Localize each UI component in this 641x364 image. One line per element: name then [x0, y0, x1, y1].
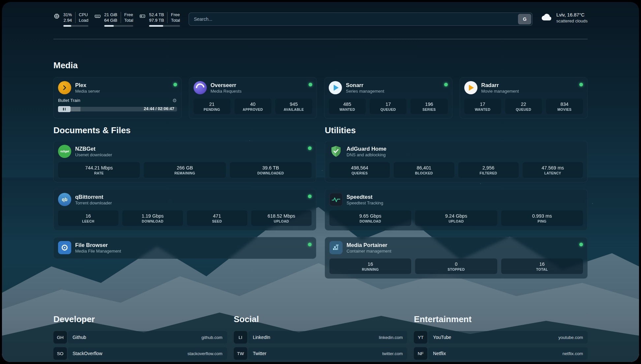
speedtest-name: Speedtest — [347, 194, 583, 200]
adguard-card[interactable]: AdGuard Home DNS and adblocking 498,564 … — [325, 141, 588, 182]
qbittorrent-subtitle: Torrent downloader — [75, 200, 304, 206]
youtube-abbr-icon: YT — [414, 331, 427, 344]
section-social: Social LI LinkedInlinkedin.com TW Twitte… — [234, 314, 408, 362]
adguard-name: AdGuard Home — [347, 145, 583, 152]
sonarr-subtitle: Series management — [346, 89, 440, 94]
overseerr-card[interactable]: Overseerr Media Requests 21 PENDING 40 A… — [189, 77, 317, 119]
radarr-subtitle: Movie management — [481, 89, 576, 94]
nzbget-subtitle: Usenet downloader — [75, 152, 304, 158]
bookmark-netflix[interactable]: NF Netflixnetflix.com — [414, 347, 588, 360]
disk-progress-bar — [149, 25, 180, 27]
memory-widget: 21 GiB64 GiB FreeTotal — [94, 12, 133, 27]
nzbget-card[interactable]: nzbget NZBGet Usenet downloader 744.21 M… — [53, 141, 316, 182]
speedtest-subtitle: Speedtest Tracking — [347, 200, 583, 206]
stat-wanted: 17 WANTED — [464, 99, 501, 114]
stat-pending: 21 PENDING — [194, 99, 230, 114]
memory-progress-bar — [104, 25, 133, 27]
stat-download: 9.65 Gbps DOWNLOAD — [329, 210, 411, 226]
cpu-values: 31%2.94 — [63, 12, 75, 23]
bookmark-stackoverflow[interactable]: SO StackOverflowstackoverflow.com — [53, 347, 227, 360]
plex-icon — [58, 81, 71, 94]
speedtest-card[interactable]: Speedtest Speedtest Tracking 9.65 Gbps D… — [325, 189, 588, 230]
stat-stopped: 0 STOPPED — [415, 258, 497, 274]
stat-download: 1.19 Gbps DOWNLOAD — [122, 210, 183, 226]
section-developer: Developer GH Githubgithub.com SO StackOv… — [53, 314, 227, 362]
section-title-entertainment: Entertainment — [414, 314, 588, 324]
sonarr-status-indicator — [444, 83, 448, 86]
portainer-card[interactable]: Media Portainer Container management 16 … — [325, 237, 588, 279]
section-title-media: Media — [53, 60, 588, 71]
stat-total: 16 TOTAL — [501, 258, 583, 274]
overseerr-status-indicator — [309, 83, 312, 86]
nzbget-name: NZBGet — [75, 145, 304, 152]
qbittorrent-name: qBittorrent — [75, 194, 304, 200]
adguard-subtitle: DNS and adblocking — [347, 152, 583, 158]
stat-filtered: 2,956 FILTERED — [458, 162, 519, 178]
cpu-icon — [53, 13, 60, 27]
stat-upload: 9.24 Gbps UPLOAD — [415, 210, 497, 226]
disk-widget: 52.4 TB97.9 TB FreeTotal — [139, 12, 180, 27]
header-divider — [53, 39, 588, 39]
sonarr-icon — [329, 81, 342, 94]
stat-downloaded: 39.6 TB DOWNLOADED — [230, 162, 312, 178]
section-title-utilities: Utilities — [325, 125, 588, 136]
section-media: Media Plex Media server — [53, 60, 588, 119]
top-bar: 31%2.94 CPULoad — [53, 2, 588, 28]
overseerr-icon — [194, 81, 207, 94]
weather-widget: Lviv, 16.87°C scattered clouds — [541, 12, 588, 24]
qbittorrent-status-indicator — [308, 195, 312, 198]
filebrowser-icon — [58, 241, 71, 254]
stat-leech: 16 LEECH — [58, 210, 118, 226]
radarr-name: Radarr — [481, 82, 576, 89]
qbittorrent-card[interactable]: qb qBittorrent Torrent downloader 16 LEE… — [53, 189, 316, 230]
cpu-widget: 31%2.94 CPULoad — [53, 12, 88, 27]
pause-button[interactable] — [58, 106, 71, 112]
filebrowser-name: File Browser — [75, 242, 304, 249]
stat-wanted: 485 WANTED — [329, 99, 366, 114]
bookmark-github[interactable]: GH Githubgithub.com — [53, 331, 227, 344]
plex-name: Plex — [75, 82, 169, 89]
netflix-abbr-icon: NF — [414, 347, 427, 360]
stat-rate: 744.21 Mbps RATE — [58, 162, 140, 178]
radarr-icon — [464, 81, 477, 94]
stat-queued: 17 QUEUED — [370, 99, 407, 114]
qbittorrent-icon: qb — [58, 193, 71, 206]
bookmark-twitter[interactable]: TW Twittertwitter.com — [234, 347, 408, 360]
radarr-status-indicator — [579, 83, 583, 86]
stat-movies: 834 MOVIES — [546, 99, 583, 114]
stat-upload: 618.52 Mbps UPLOAD — [251, 210, 312, 226]
section-utilities: Utilities AdGuard Home — [325, 125, 588, 285]
portainer-icon — [329, 241, 343, 254]
stat-series: 196 SERIES — [411, 99, 447, 114]
bookmark-linkedin[interactable]: LI LinkedInlinkedin.com — [234, 331, 408, 344]
stackoverflow-abbr-icon: SO — [53, 347, 67, 360]
disk-values: 52.4 TB97.9 TB — [149, 12, 167, 23]
sonarr-card[interactable]: Sonarr Series management 485 WANTED 17 Q… — [324, 77, 452, 119]
playback-time: 24:44 / 02:06:47 — [144, 106, 174, 111]
cpu-labels: CPULoad — [75, 12, 88, 23]
stat-seed: 471 SEED — [187, 210, 247, 226]
portainer-subtitle: Container management — [347, 249, 575, 254]
memory-labels: FreeTotal — [121, 12, 133, 23]
github-abbr-icon: GH — [53, 331, 67, 344]
playback-progress: 24:44 / 02:06:47 — [58, 106, 177, 112]
bookmark-youtube[interactable]: YT YouTubeyoutube.com — [414, 331, 588, 344]
plex-card[interactable]: Plex Media server Bullet Train ⚙ — [53, 77, 182, 119]
search-input[interactable] — [190, 16, 518, 22]
sonarr-name: Sonarr — [346, 82, 440, 89]
memory-values: 21 GiB64 GiB — [104, 12, 121, 23]
section-title-social: Social — [234, 314, 408, 324]
search-bar: G — [189, 13, 533, 26]
section-entertainment: Entertainment YT YouTubeyoutube.com NF N… — [414, 314, 588, 362]
weather-location: Lviv, 16.87°C — [556, 12, 588, 18]
filebrowser-card[interactable]: File Browser Media File Management — [53, 237, 316, 259]
radarr-card[interactable]: Radarr Movie management 17 WANTED 22 QUE… — [460, 77, 588, 119]
filebrowser-subtitle: Media File Management — [75, 249, 304, 254]
overseerr-name: Overseerr — [211, 82, 305, 89]
settings-gear-icon[interactable]: ⚙ — [172, 98, 177, 103]
nzbget-icon: nzbget — [58, 145, 71, 158]
search-provider-button[interactable]: G — [518, 14, 531, 24]
stat-latency: 47.569 ms LATENCY — [523, 162, 583, 178]
section-title-documents: Documents & Files — [53, 125, 316, 136]
stat-approved: 40 APPROVED — [234, 99, 271, 114]
